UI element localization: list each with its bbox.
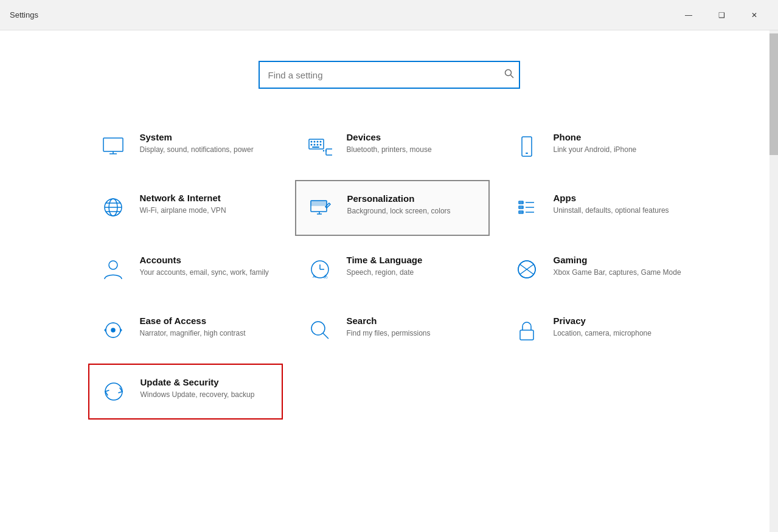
setting-desc-search: Find my files, permissions — [347, 328, 479, 339]
personalization-icon — [306, 193, 335, 223]
update-icon — [99, 377, 128, 406]
setting-item-gaming[interactable]: GamingXbox Game Bar, captures, Game Mode — [502, 242, 696, 297]
title-bar: Settings — ❑ ✕ — [0, 0, 778, 30]
setting-text-privacy: PrivacyLocation, camera, microphone — [554, 316, 686, 339]
setting-desc-ease: Narrator, magnifier, high contrast — [140, 328, 273, 339]
setting-title-privacy: Privacy — [554, 316, 686, 326]
monitor-icon — [99, 132, 128, 161]
setting-title-phone: Phone — [554, 132, 686, 142]
svg-rect-2 — [103, 138, 123, 151]
globe-icon — [99, 193, 128, 222]
search-input[interactable] — [259, 61, 520, 89]
setting-item-apps[interactable]: AppsUninstall, defaults, optional featur… — [502, 180, 696, 236]
search-icon — [504, 69, 514, 78]
setting-desc-phone: Link your Android, iPhone — [554, 145, 686, 155]
svg-point-48 — [111, 328, 115, 332]
setting-text-apps: AppsUninstall, defaults, optional featur… — [554, 193, 686, 216]
setting-item-ease[interactable]: Ease of AccessNarrator, magnifier, high … — [88, 303, 283, 358]
setting-item-system[interactable]: SystemDisplay, sound, notifications, pow… — [88, 119, 283, 174]
lock-icon — [512, 316, 541, 345]
setting-item-privacy[interactable]: PrivacyLocation, camera, microphone — [502, 303, 696, 358]
setting-title-ease: Ease of Access — [140, 316, 273, 326]
setting-item-phone[interactable]: PhoneLink your Android, iPhone — [502, 119, 696, 174]
svg-rect-51 — [520, 330, 533, 340]
setting-text-accounts: AccountsYour accounts, email, sync, work… — [140, 255, 273, 278]
main-content: SystemDisplay, sound, notifications, pow… — [0, 30, 778, 532]
setting-text-devices: DevicesBluetooth, printers, mouse — [347, 132, 479, 155]
setting-title-personalization: Personalization — [347, 193, 479, 204]
clock-icon: A あ — [305, 255, 335, 284]
setting-text-phone: PhoneLink your Android, iPhone — [554, 132, 686, 155]
setting-title-time: Time & Language — [347, 255, 479, 265]
svg-point-0 — [505, 70, 511, 76]
keyboard-icon — [305, 132, 335, 161]
setting-title-apps: Apps — [554, 193, 686, 203]
svg-text:A: A — [313, 274, 316, 278]
xbox-icon — [512, 255, 541, 284]
setting-item-network[interactable]: Network & InternetWi-Fi, airplane mode, … — [88, 180, 283, 236]
search-button[interactable] — [504, 69, 514, 81]
person-icon — [99, 255, 128, 284]
settings-grid: SystemDisplay, sound, notifications, pow… — [88, 119, 690, 420]
svg-rect-15 — [326, 149, 332, 155]
setting-item-time[interactable]: A あ Time & LanguageSpeech, region, date — [295, 242, 490, 297]
scrollbar-thumb[interactable] — [769, 33, 778, 155]
setting-item-search[interactable]: SearchFind my files, permissions — [295, 303, 490, 358]
setting-title-gaming: Gaming — [554, 255, 686, 265]
setting-title-update: Update & Security — [141, 377, 272, 387]
setting-item-devices[interactable]: DevicesBluetooth, printers, mouse — [295, 119, 490, 174]
setting-title-accounts: Accounts — [140, 255, 273, 265]
setting-desc-network: Wi-Fi, airplane mode, VPN — [140, 206, 273, 216]
setting-title-system: System — [140, 132, 273, 142]
svg-line-50 — [323, 333, 328, 339]
svg-text:あ: あ — [324, 274, 328, 279]
setting-item-accounts[interactable]: AccountsYour accounts, email, sync, work… — [88, 242, 283, 297]
setting-desc-personalization: Background, lock screen, colors — [347, 206, 479, 216]
setting-text-time: Time & LanguageSpeech, region, date — [347, 255, 479, 278]
setting-desc-privacy: Location, camera, microphone — [554, 328, 686, 339]
window-controls: — ❑ ✕ — [675, 5, 768, 25]
setting-item-personalization[interactable]: PersonalizationBackground, lock screen, … — [295, 180, 490, 236]
setting-title-search: Search — [347, 316, 479, 326]
setting-text-search: SearchFind my files, permissions — [347, 316, 479, 339]
setting-item-update[interactable]: Update & SecurityWindows Update, recover… — [88, 364, 283, 420]
svg-point-38 — [109, 261, 117, 269]
minimize-button[interactable]: — — [675, 5, 703, 25]
setting-text-ease: Ease of AccessNarrator, magnifier, high … — [140, 316, 273, 339]
app-title: Settings — [10, 10, 38, 19]
setting-desc-system: Display, sound, notifications, power — [140, 145, 273, 155]
setting-text-network: Network & InternetWi-Fi, airplane mode, … — [140, 193, 273, 216]
setting-desc-gaming: Xbox Game Bar, captures, Game Mode — [554, 268, 686, 278]
setting-desc-accounts: Your accounts, email, sync, work, family — [140, 268, 273, 278]
svg-rect-26 — [311, 201, 327, 206]
svg-line-1 — [510, 75, 513, 78]
svg-point-49 — [311, 322, 325, 335]
scrollbar[interactable] — [769, 30, 778, 532]
maximize-button[interactable]: ❑ — [707, 5, 735, 25]
setting-desc-update: Windows Update, recovery, backup — [141, 390, 272, 400]
setting-desc-devices: Bluetooth, printers, mouse — [347, 145, 479, 155]
setting-text-gaming: GamingXbox Game Bar, captures, Game Mode — [554, 255, 686, 278]
setting-text-personalization: PersonalizationBackground, lock screen, … — [347, 193, 479, 216]
setting-desc-apps: Uninstall, defaults, optional features — [554, 206, 686, 216]
close-button[interactable]: ✕ — [740, 5, 768, 25]
ease-icon — [99, 316, 128, 345]
phone-icon — [512, 132, 541, 161]
setting-title-devices: Devices — [347, 132, 479, 142]
search-container — [259, 61, 520, 89]
setting-text-update: Update & SecurityWindows Update, recover… — [141, 377, 272, 400]
search-icon — [305, 316, 335, 345]
setting-desc-time: Speech, region, date — [347, 268, 479, 278]
setting-text-system: SystemDisplay, sound, notifications, pow… — [140, 132, 273, 155]
setting-title-network: Network & Internet — [140, 193, 273, 203]
apps-icon — [512, 193, 541, 222]
